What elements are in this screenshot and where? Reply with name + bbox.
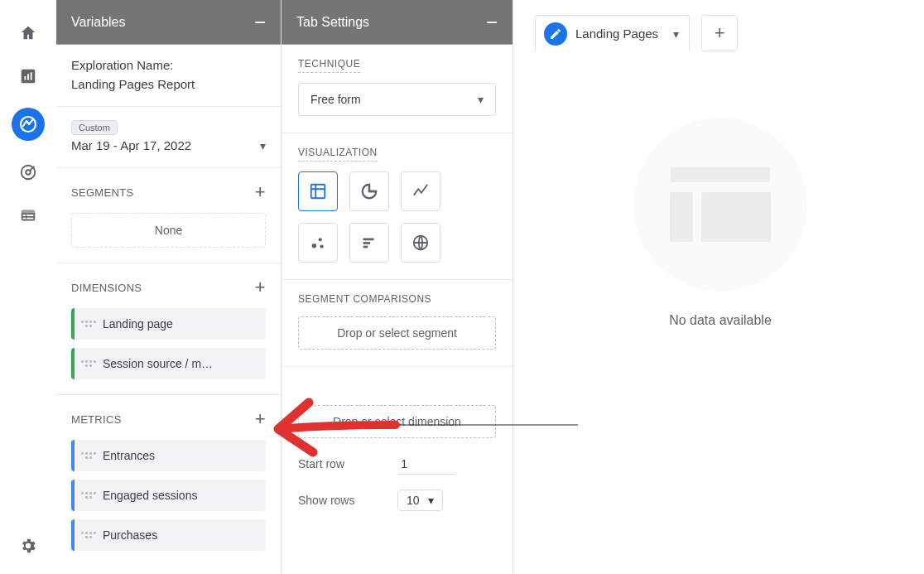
settings-icon[interactable] bbox=[17, 534, 40, 557]
technique-value: Free form bbox=[310, 93, 361, 106]
svg-rect-10 bbox=[23, 218, 26, 219]
variables-title: Variables bbox=[71, 15, 126, 30]
reports-icon[interactable] bbox=[17, 65, 40, 88]
viz-line-button[interactable] bbox=[401, 171, 440, 211]
viz-donut-button[interactable] bbox=[349, 171, 389, 211]
svg-rect-3 bbox=[31, 72, 32, 80]
show-rows-value: 10 bbox=[407, 494, 420, 507]
chevron-down-icon: ▾ bbox=[478, 93, 484, 106]
rows-dropzone[interactable]: Drop or select dimension bbox=[298, 405, 496, 438]
start-row-label: Start row bbox=[298, 457, 397, 470]
minimize-tab-settings-button[interactable]: − bbox=[486, 12, 498, 32]
exploration-name-label: Exploration Name: bbox=[71, 58, 266, 72]
svg-rect-9 bbox=[23, 215, 26, 216]
ads-icon[interactable] bbox=[17, 161, 40, 184]
svg-rect-8 bbox=[22, 210, 36, 214]
variables-header: Variables − bbox=[56, 0, 281, 45]
home-icon[interactable] bbox=[17, 22, 40, 45]
viz-scatter-button[interactable] bbox=[298, 223, 338, 263]
no-data-text: No data available bbox=[669, 313, 772, 328]
tab-settings-header: Tab Settings − bbox=[282, 0, 513, 45]
exploration-name-value[interactable]: Landing Pages Report bbox=[71, 77, 266, 91]
metrics-label: METRICS bbox=[71, 413, 122, 426]
start-row-input[interactable]: 1 bbox=[397, 453, 455, 475]
dimension-chip-label: Session source / m… bbox=[103, 357, 213, 370]
date-range-picker[interactable]: Mar 19 - Apr 17, 2022 ▾ bbox=[71, 138, 266, 152]
nav-rail bbox=[0, 0, 56, 574]
minimize-variables-button[interactable]: − bbox=[254, 12, 266, 32]
svg-rect-1 bbox=[24, 76, 26, 80]
svg-point-14 bbox=[312, 244, 317, 248]
empty-state-graphic bbox=[633, 118, 807, 292]
svg-rect-17 bbox=[363, 239, 374, 241]
technique-select[interactable]: Free form ▾ bbox=[298, 83, 496, 116]
segment-comparisons-label: SEGMENT COMPARISONS bbox=[298, 293, 431, 305]
segments-label: SEGMENTS bbox=[71, 186, 133, 199]
svg-rect-12 bbox=[26, 218, 33, 219]
report-tab[interactable]: Landing Pages ▾ bbox=[535, 15, 690, 51]
dimensions-label: DIMENSIONS bbox=[71, 282, 142, 294]
dimension-chip[interactable]: Landing page bbox=[71, 308, 266, 340]
show-rows-label: Show rows bbox=[298, 494, 397, 507]
chevron-down-icon: ▾ bbox=[428, 494, 434, 507]
chevron-down-icon: ▾ bbox=[673, 27, 679, 41]
metric-chip[interactable]: Entrances bbox=[71, 440, 266, 471]
pencil-icon bbox=[544, 22, 567, 46]
explore-icon[interactable] bbox=[12, 108, 45, 141]
dimension-chip[interactable]: Session source / m… bbox=[71, 348, 266, 379]
visualization-label: VISUALIZATION bbox=[298, 147, 378, 162]
report-canvas: Landing Pages ▾ + No data available bbox=[513, 0, 924, 574]
svg-rect-13 bbox=[311, 185, 325, 199]
add-dimension-button[interactable]: + bbox=[255, 277, 266, 298]
tab-settings-panel: Tab Settings − TECHNIQUE Free form ▾ VIS… bbox=[282, 0, 513, 574]
metric-chip-label: Entrances bbox=[103, 449, 155, 462]
date-range-text: Mar 19 - Apr 17, 2022 bbox=[71, 138, 191, 152]
segments-none-box[interactable]: None bbox=[71, 213, 266, 248]
svg-rect-2 bbox=[27, 74, 29, 80]
add-tab-button[interactable]: + bbox=[701, 15, 738, 51]
report-tab-name: Landing Pages bbox=[575, 27, 658, 41]
svg-point-15 bbox=[319, 238, 322, 241]
svg-rect-19 bbox=[363, 246, 368, 248]
svg-point-16 bbox=[320, 244, 323, 248]
metric-chip-label: Purchases bbox=[103, 528, 157, 542]
segment-comparisons-dropzone[interactable]: Drop or select segment bbox=[298, 316, 496, 350]
show-rows-select[interactable]: 10 ▾ bbox=[397, 490, 443, 511]
dimension-chip-label: Landing page bbox=[103, 317, 173, 330]
viz-table-button[interactable] bbox=[298, 171, 338, 211]
add-metric-button[interactable]: + bbox=[255, 408, 266, 430]
viz-bar-button[interactable] bbox=[349, 223, 389, 263]
configure-icon[interactable] bbox=[17, 204, 40, 227]
technique-label: TECHNIQUE bbox=[298, 58, 360, 73]
chevron-down-icon: ▾ bbox=[260, 139, 266, 152]
svg-rect-18 bbox=[363, 242, 370, 244]
viz-geo-button[interactable] bbox=[401, 223, 440, 263]
tab-settings-title: Tab Settings bbox=[296, 15, 369, 30]
variables-panel: Variables − Exploration Name: Landing Pa… bbox=[56, 0, 282, 574]
date-range-type-chip: Custom bbox=[71, 120, 118, 135]
metric-chip-label: Engaged sessions bbox=[103, 489, 197, 502]
metric-chip[interactable]: Purchases bbox=[71, 519, 266, 551]
add-segment-button[interactable]: + bbox=[255, 181, 266, 203]
svg-rect-11 bbox=[26, 215, 33, 216]
metric-chip[interactable]: Engaged sessions bbox=[71, 480, 266, 511]
